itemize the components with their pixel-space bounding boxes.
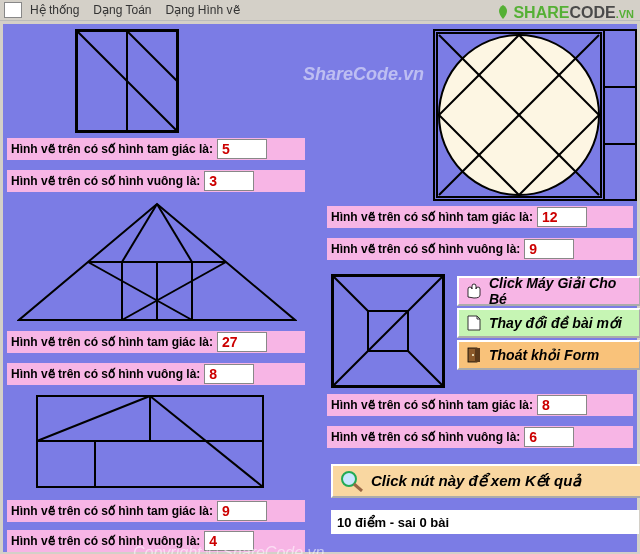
solve-button-label: Click Máy Giải Cho Bé bbox=[489, 275, 633, 307]
new-button-label: Thay đổi đề bài mới bbox=[489, 315, 622, 331]
fig-a-tri-value[interactable]: 5 bbox=[217, 139, 267, 159]
fig-c-tri-value[interactable]: 9 bbox=[217, 501, 267, 521]
fig-c-sq-value[interactable]: 4 bbox=[204, 531, 254, 551]
result-text: 10 điểm - sai 0 bài bbox=[337, 515, 449, 530]
exit-button[interactable]: Thoát khỏi Form bbox=[457, 340, 640, 370]
fig-e-tri-value[interactable]: 8 bbox=[537, 395, 587, 415]
fig-c-icon bbox=[35, 394, 265, 489]
fig-d-tri-value[interactable]: 12 bbox=[537, 207, 587, 227]
svg-line-3 bbox=[127, 31, 177, 81]
label-squares: Hình vẽ trên có số hình vuông là: bbox=[7, 367, 204, 381]
fig-d-sq-row: Hình vẽ trên có số hình vuông là: 9 bbox=[327, 238, 633, 260]
fig-e-tri-row: Hình vẽ trên có số hình tam giác là: 8 bbox=[327, 394, 633, 416]
logo-part1: SHARE bbox=[513, 4, 569, 21]
svg-line-12 bbox=[122, 204, 157, 262]
figure-a bbox=[75, 29, 179, 133]
label-triangles: Hình vẽ trên có số hình tam giác là: bbox=[327, 210, 537, 224]
svg-point-33 bbox=[472, 354, 474, 356]
door-icon bbox=[465, 347, 483, 363]
app-icon bbox=[4, 2, 22, 18]
svg-line-10 bbox=[88, 262, 192, 320]
circle-diamond-icon bbox=[435, 31, 603, 199]
svg-rect-32 bbox=[475, 348, 480, 362]
result-bar: 10 điểm - sai 0 bài bbox=[331, 510, 639, 534]
menu-math[interactable]: Dạng Toán bbox=[93, 3, 151, 17]
exit-button-label: Thoát khỏi Form bbox=[489, 347, 599, 363]
svg-line-11 bbox=[122, 262, 226, 320]
fig-a-sq-row: Hình vẽ trên có số hình vuông là: 3 bbox=[7, 170, 305, 192]
svg-line-29 bbox=[333, 276, 368, 311]
fig-e-icon bbox=[333, 276, 443, 386]
svg-line-13 bbox=[157, 204, 192, 262]
fig-b-sq-value[interactable]: 8 bbox=[204, 364, 254, 384]
main-canvas: Hình vẽ trên có số hình tam giác là: 5 H… bbox=[3, 24, 637, 552]
menu-system[interactable]: Hệ thống bbox=[30, 3, 79, 17]
fig-b-tri-value[interactable]: 27 bbox=[217, 332, 267, 352]
svg-line-35 bbox=[354, 484, 362, 491]
fig-e-sq-value[interactable]: 6 bbox=[524, 427, 574, 447]
new-button[interactable]: Thay đổi đề bài mới bbox=[457, 308, 640, 338]
fig-e-sq-row: Hình vẽ trên có số hình vuông là: 6 bbox=[327, 426, 633, 448]
label-squares: Hình vẽ trên có số hình vuông là: bbox=[7, 534, 204, 548]
label-triangles: Hình vẽ trên có số hình tam giác là: bbox=[7, 142, 217, 156]
leaf-icon bbox=[493, 4, 513, 20]
watermark-url: ShareCode.vn bbox=[303, 64, 424, 85]
logo-suffix: .VN bbox=[616, 8, 634, 20]
svg-point-34 bbox=[342, 472, 356, 486]
figure-d-grid bbox=[603, 29, 637, 201]
svg-line-18 bbox=[37, 396, 150, 441]
fig-a-sq-value[interactable]: 3 bbox=[204, 171, 254, 191]
result-button[interactable]: Click nút này để xem Kết quả bbox=[331, 464, 640, 498]
fig-a-tri-row: Hình vẽ trên có số hình tam giác là: 5 bbox=[7, 138, 305, 160]
fig-c-sq-row: Hình vẽ trên có số hình vuông là: 4 bbox=[7, 530, 305, 552]
label-triangles: Hình vẽ trên có số hình tam giác là: bbox=[7, 504, 217, 518]
fig-d-sq-value[interactable]: 9 bbox=[524, 239, 574, 259]
label-squares: Hình vẽ trên có số hình vuông là: bbox=[327, 430, 524, 444]
label-squares: Hình vẽ trên có số hình vuông là: bbox=[327, 242, 524, 256]
fig-b-tri-row: Hình vẽ trên có số hình tam giác là: 27 bbox=[7, 331, 305, 353]
hand-icon bbox=[465, 283, 483, 299]
fig-b-sq-row: Hình vẽ trên có số hình vuông là: 8 bbox=[7, 363, 305, 385]
file-icon bbox=[465, 315, 483, 331]
label-triangles: Hình vẽ trên có số hình tam giác là: bbox=[7, 335, 217, 349]
fig-d-tri-row: Hình vẽ trên có số hình tam giác là: 12 bbox=[327, 206, 633, 228]
figure-b bbox=[17, 202, 297, 322]
label-triangles: Hình vẽ trên có số hình tam giác là: bbox=[327, 398, 537, 412]
solve-button[interactable]: Click Máy Giải Cho Bé bbox=[457, 276, 640, 306]
figure-c bbox=[35, 394, 265, 489]
square-diag-icon bbox=[77, 31, 177, 131]
svg-line-30 bbox=[408, 351, 443, 386]
result-button-label: Click nút này để xem Kết quả bbox=[371, 472, 581, 490]
menu-draw[interactable]: Dạng Hình vẽ bbox=[166, 3, 240, 17]
fig-c-tri-row: Hình vẽ trên có số hình tam giác là: 9 bbox=[7, 500, 305, 522]
logo-part2: CODE bbox=[569, 4, 615, 21]
magnifier-icon bbox=[339, 470, 365, 492]
figure-e bbox=[331, 274, 445, 388]
label-squares: Hình vẽ trên có số hình vuông là: bbox=[7, 174, 204, 188]
sharecode-logo: SHARECODE.VN bbox=[493, 4, 634, 22]
big-triangle-icon bbox=[17, 202, 297, 322]
figure-d bbox=[433, 29, 605, 201]
